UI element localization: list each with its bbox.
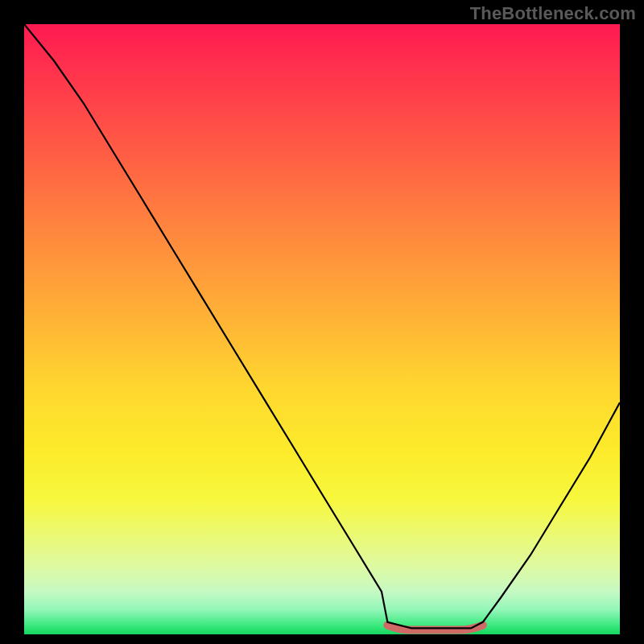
chart-container: TheBottleneck.com	[0, 0, 644, 644]
bottleneck-curve	[24, 24, 620, 628]
watermark-text: TheBottleneck.com	[470, 3, 636, 24]
plot-overlay	[24, 24, 620, 634]
plot-panel	[24, 24, 620, 634]
